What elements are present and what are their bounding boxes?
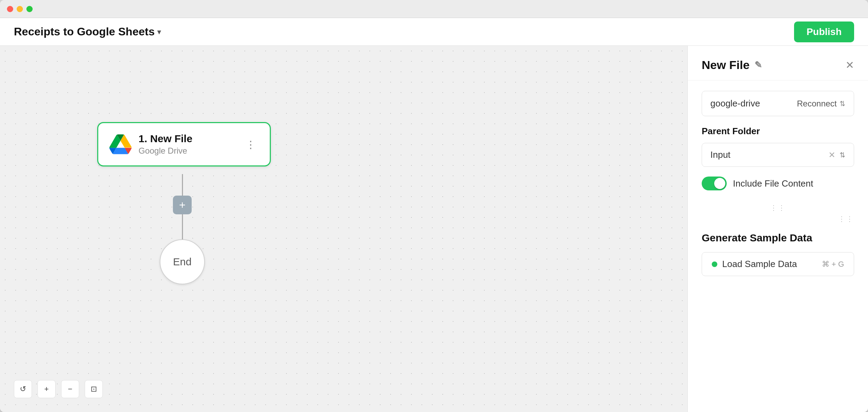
folder-controls: ✕ ⇅	[828, 150, 845, 160]
refresh-button[interactable]: ↺	[14, 380, 32, 398]
panel-body: google-drive Reconnect ⇅ Parent Folder I…	[688, 80, 868, 201]
generate-title: Generate Sample Data	[702, 232, 854, 244]
more-options-icon[interactable]: ⋮	[243, 137, 259, 152]
load-dot-icon	[712, 261, 717, 267]
parent-folder-section: Parent Folder	[702, 126, 854, 133]
chevron-down-icon: ▾	[157, 28, 161, 36]
zoom-out-button[interactable]: −	[61, 380, 79, 398]
minimize-button[interactable]	[17, 6, 23, 12]
publish-button[interactable]: Publish	[794, 22, 854, 42]
google-drive-icon	[109, 133, 132, 155]
expand-icon[interactable]: ⇅	[840, 151, 845, 159]
generate-sample-section: Generate Sample Data Load Sample Data ⌘ …	[688, 229, 868, 290]
connection-value: google-drive	[710, 98, 760, 109]
node-info: 1. New File Google Drive	[139, 133, 192, 156]
panel-header: New File ✎ ✕	[688, 46, 868, 80]
reconnect-button[interactable]: Reconnect ⇅	[797, 99, 845, 109]
canvas-controls: ↺ + − ⊡	[14, 380, 103, 398]
app-header: Receipts to Google Sheets ▾ Publish	[0, 18, 868, 46]
load-sample-label: Load Sample Data	[722, 259, 797, 269]
panel-title: New File ✎	[702, 58, 762, 72]
clear-folder-button[interactable]: ✕	[828, 150, 835, 160]
app-window: Receipts to Google Sheets ▾ Publish	[0, 0, 868, 412]
workflow-canvas[interactable]: 1. New File Google Drive ⋮ + End ↺	[0, 46, 687, 412]
resize-dots-icon: ⋮⋮	[770, 204, 786, 212]
node-subtitle: Google Drive	[139, 146, 192, 156]
app-title-text: Receipts to Google Sheets	[14, 25, 155, 38]
arrows-icon: ⇅	[840, 100, 845, 108]
resize-handle: ⋮⋮	[688, 201, 868, 215]
node-left: 1. New File Google Drive	[109, 133, 192, 156]
close-button[interactable]	[7, 6, 13, 12]
right-panel: New File ✎ ✕ google-drive Reconnect ⇅	[687, 46, 868, 412]
panel-title-text: New File	[702, 58, 750, 72]
load-sample-data-button[interactable]: Load Sample Data ⌘ + G	[702, 252, 854, 276]
app-title[interactable]: Receipts to Google Sheets ▾	[14, 25, 161, 38]
workflow-node[interactable]: 1. New File Google Drive ⋮	[97, 122, 271, 166]
traffic-lights	[7, 6, 33, 12]
maximize-button[interactable]	[26, 6, 33, 12]
include-file-content-label: Include File Content	[733, 178, 813, 189]
connector-line-bottom	[182, 214, 183, 242]
parent-folder-label: Parent Folder	[702, 126, 854, 137]
resize-dots-icon-2: ⋮⋮	[838, 215, 854, 223]
folder-field[interactable]: Input ✕ ⇅	[702, 143, 854, 167]
reconnect-label: Reconnect	[797, 99, 837, 109]
folder-value: Input	[710, 149, 731, 160]
load-shortcut: ⌘ + G	[822, 260, 844, 269]
close-panel-button[interactable]: ✕	[845, 60, 854, 70]
include-file-content-toggle[interactable]	[702, 177, 727, 190]
fit-view-button[interactable]: ⊡	[85, 380, 103, 398]
connection-field: google-drive Reconnect ⇅	[702, 91, 854, 116]
include-file-content-row: Include File Content	[702, 177, 854, 190]
zoom-in-button[interactable]: +	[37, 380, 56, 398]
end-node: End	[160, 239, 205, 284]
node-title: 1. New File	[139, 133, 192, 145]
toggle-thumb	[714, 178, 725, 189]
titlebar	[0, 0, 868, 18]
connector-line-top	[182, 174, 183, 198]
main-content: 1. New File Google Drive ⋮ + End ↺	[0, 46, 868, 412]
load-sample-left: Load Sample Data	[712, 259, 797, 269]
edit-title-icon[interactable]: ✎	[754, 60, 762, 70]
add-step-button[interactable]: +	[173, 196, 192, 214]
